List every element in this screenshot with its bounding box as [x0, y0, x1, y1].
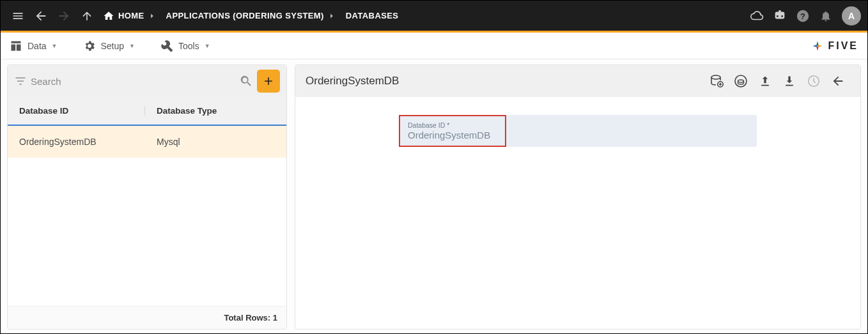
menu-setup-label: Setup: [101, 41, 125, 51]
detail-header: OrderingSystemDB: [295, 65, 860, 97]
table-body: OrderingSystemDB Mysql: [8, 126, 286, 306]
menu-tools[interactable]: Tools ▼: [160, 40, 210, 52]
database-sync-icon[interactable]: [729, 69, 753, 93]
brand-name: FIVE: [828, 40, 858, 52]
back-arrow-icon[interactable]: [826, 69, 850, 93]
cell-database-type: Mysql: [145, 137, 286, 147]
list-panel: Database ID Database Type OrderingSystem…: [7, 65, 287, 330]
avatar[interactable]: A: [842, 6, 861, 26]
column-database-id[interactable]: Database ID: [8, 106, 145, 116]
up-icon[interactable]: [76, 5, 98, 27]
footer-label: Total Rows:: [224, 313, 270, 323]
breadcrumb-databases[interactable]: DATABASES: [346, 11, 399, 20]
help-icon[interactable]: ?: [792, 5, 814, 27]
breadcrumb-applications[interactable]: APPLICATIONS (ORDERING SYSTEM): [166, 11, 324, 20]
chevron-down-icon: ▼: [52, 43, 58, 49]
bot-icon[interactable]: [769, 5, 791, 27]
svg-point-5: [738, 80, 744, 82]
breadcrumb-db-label: DATABASES: [346, 11, 399, 20]
table-footer: Total Rows: 1: [8, 306, 286, 329]
body: Database ID Database Type OrderingSystem…: [1, 59, 867, 333]
menu-tools-label: Tools: [178, 41, 199, 51]
field-label: Database ID *: [408, 121, 497, 129]
menu-setup[interactable]: Setup ▼: [83, 40, 136, 52]
menu-data[interactable]: Data ▼: [10, 40, 58, 52]
svg-point-2: [711, 75, 720, 79]
chevron-right-icon: [328, 12, 342, 20]
menu-data-label: Data: [27, 41, 47, 51]
forward-icon: [53, 5, 75, 27]
table-header: Database ID Database Type: [8, 97, 286, 126]
add-button[interactable]: [257, 70, 280, 93]
detail-body: Database ID * OrderingSystemDB: [295, 97, 860, 329]
searchbar: [8, 65, 286, 97]
search-input[interactable]: [31, 76, 235, 87]
chevron-down-icon: ▼: [205, 43, 210, 49]
database-add-icon[interactable]: [704, 69, 729, 93]
menubar: Data ▼ Setup ▼ Tools ▼ FIVE: [1, 33, 867, 59]
import-icon[interactable]: [753, 69, 777, 93]
search-icon[interactable]: [239, 74, 253, 88]
form-card: Database ID * OrderingSystemDB: [399, 115, 757, 147]
avatar-letter: A: [848, 11, 855, 21]
breadcrumb-home[interactable]: HOME: [103, 10, 144, 22]
chevron-down-icon: ▼: [129, 43, 135, 49]
detail-title: OrderingSystemDB: [306, 75, 399, 87]
form-card-rest: [506, 115, 757, 147]
database-id-field[interactable]: Database ID * OrderingSystemDB: [399, 115, 506, 147]
cell-database-id: OrderingSystemDB: [8, 137, 145, 147]
column-database-type[interactable]: Database Type: [145, 106, 286, 116]
footer-count: 1: [273, 313, 277, 323]
bell-icon[interactable]: [815, 5, 837, 27]
brand-logo-icon: [811, 40, 824, 52]
svg-text:?: ?: [800, 11, 805, 20]
history-icon[interactable]: [802, 69, 826, 93]
svg-point-4: [735, 75, 747, 87]
breadcrumb-app-label: APPLICATIONS (ORDERING SYSTEM): [166, 11, 324, 20]
export-icon[interactable]: [777, 69, 802, 93]
hamburger-icon[interactable]: [7, 5, 29, 27]
brand-logo: FIVE: [811, 40, 858, 52]
field-value: OrderingSystemDB: [408, 130, 497, 140]
cloud-icon[interactable]: [746, 5, 768, 27]
detail-panel: OrderingSystemDB: [295, 65, 861, 330]
filter-icon[interactable]: [14, 75, 27, 87]
back-icon[interactable]: [30, 5, 52, 27]
table-row[interactable]: OrderingSystemDB Mysql: [8, 126, 286, 158]
topbar: HOME APPLICATIONS (ORDERING SYSTEM) DATA…: [1, 1, 867, 31]
chevron-right-icon: [148, 12, 162, 20]
breadcrumb-home-label: HOME: [118, 11, 144, 20]
